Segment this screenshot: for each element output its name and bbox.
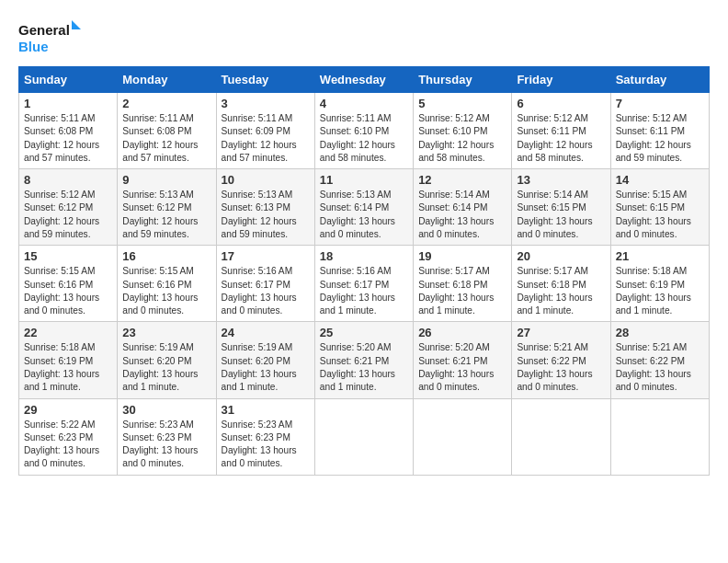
calendar-cell: 16Sunrise: 5:15 AM Sunset: 6:16 PM Dayli… — [118, 246, 216, 322]
svg-text:Blue: Blue — [18, 39, 49, 54]
day-header-monday: Monday — [118, 67, 216, 93]
calendar-cell: 3Sunrise: 5:11 AM Sunset: 6:09 PM Daylig… — [216, 93, 314, 169]
calendar-cell: 10Sunrise: 5:13 AM Sunset: 6:13 PM Dayli… — [216, 169, 314, 246]
day-number: 1 — [24, 97, 112, 110]
day-info: Sunrise: 5:23 AM Sunset: 6:23 PM Dayligh… — [122, 419, 210, 471]
day-info: Sunrise: 5:15 AM Sunset: 6:15 PM Dayligh… — [616, 189, 704, 241]
day-number: 16 — [122, 249, 210, 263]
week-row-2: 15Sunrise: 5:15 AM Sunset: 6:16 PM Dayli… — [19, 246, 710, 322]
week-row-3: 22Sunrise: 5:18 AM Sunset: 6:19 PM Dayli… — [19, 322, 710, 398]
day-info: Sunrise: 5:23 AM Sunset: 6:23 PM Dayligh… — [222, 419, 310, 471]
calendar-cell — [314, 398, 413, 475]
week-row-0: 1Sunrise: 5:11 AM Sunset: 6:08 PM Daylig… — [19, 93, 710, 169]
day-number: 11 — [320, 173, 408, 187]
calendar-cell: 20Sunrise: 5:17 AM Sunset: 6:18 PM Dayli… — [512, 246, 610, 322]
day-info: Sunrise: 5:20 AM Sunset: 6:21 PM Dayligh… — [418, 341, 506, 394]
day-number: 25 — [320, 326, 408, 339]
logo-svg: General Blue — [18, 18, 83, 57]
calendar-cell — [610, 398, 709, 475]
day-info: Sunrise: 5:12 AM Sunset: 6:11 PM Dayligh… — [517, 112, 605, 165]
day-header-wednesday: Wednesday — [314, 67, 413, 93]
day-info: Sunrise: 5:14 AM Sunset: 6:15 PM Dayligh… — [517, 189, 605, 241]
day-number: 21 — [616, 249, 704, 263]
day-number: 27 — [517, 326, 605, 339]
day-info: Sunrise: 5:21 AM Sunset: 6:22 PM Dayligh… — [517, 341, 605, 394]
day-info: Sunrise: 5:17 AM Sunset: 6:18 PM Dayligh… — [418, 265, 506, 317]
header-row: SundayMondayTuesdayWednesdayThursdayFrid… — [19, 67, 710, 93]
calendar-cell: 13Sunrise: 5:14 AM Sunset: 6:15 PM Dayli… — [512, 169, 610, 246]
calendar-cell: 19Sunrise: 5:17 AM Sunset: 6:18 PM Dayli… — [414, 246, 512, 322]
svg-marker-2 — [72, 20, 81, 29]
day-number: 5 — [418, 97, 506, 110]
calendar-cell: 11Sunrise: 5:13 AM Sunset: 6:14 PM Dayli… — [314, 169, 413, 246]
day-number: 9 — [122, 173, 210, 187]
calendar-cell: 26Sunrise: 5:20 AM Sunset: 6:21 PM Dayli… — [414, 322, 512, 398]
day-number: 30 — [122, 403, 210, 417]
day-header-thursday: Thursday — [414, 67, 512, 93]
calendar-table: SundayMondayTuesdayWednesdayThursdayFrid… — [18, 66, 710, 476]
calendar-cell: 17Sunrise: 5:16 AM Sunset: 6:17 PM Dayli… — [216, 246, 314, 322]
day-number: 3 — [222, 97, 310, 110]
day-number: 7 — [616, 97, 704, 110]
day-number: 12 — [418, 173, 506, 187]
day-number: 17 — [222, 249, 310, 263]
calendar-cell: 18Sunrise: 5:16 AM Sunset: 6:17 PM Dayli… — [314, 246, 413, 322]
day-number: 23 — [122, 326, 210, 339]
calendar-cell: 1Sunrise: 5:11 AM Sunset: 6:08 PM Daylig… — [19, 93, 118, 169]
day-info: Sunrise: 5:13 AM Sunset: 6:12 PM Dayligh… — [122, 189, 210, 241]
day-info: Sunrise: 5:11 AM Sunset: 6:10 PM Dayligh… — [320, 112, 408, 165]
calendar-cell: 7Sunrise: 5:12 AM Sunset: 6:11 PM Daylig… — [610, 93, 709, 169]
day-info: Sunrise: 5:14 AM Sunset: 6:14 PM Dayligh… — [418, 189, 506, 241]
week-row-1: 8Sunrise: 5:12 AM Sunset: 6:12 PM Daylig… — [19, 169, 710, 246]
calendar-cell: 22Sunrise: 5:18 AM Sunset: 6:19 PM Dayli… — [19, 322, 118, 398]
calendar-cell: 6Sunrise: 5:12 AM Sunset: 6:11 PM Daylig… — [512, 93, 610, 169]
calendar-cell: 8Sunrise: 5:12 AM Sunset: 6:12 PM Daylig… — [19, 169, 118, 246]
page-header: General Blue — [18, 18, 710, 57]
day-number: 24 — [222, 326, 310, 339]
calendar-cell: 4Sunrise: 5:11 AM Sunset: 6:10 PM Daylig… — [314, 93, 413, 169]
calendar-cell — [512, 398, 610, 475]
logo: General Blue — [18, 18, 83, 57]
day-info: Sunrise: 5:18 AM Sunset: 6:19 PM Dayligh… — [616, 265, 704, 317]
day-header-sunday: Sunday — [19, 67, 118, 93]
day-number: 26 — [418, 326, 506, 339]
day-info: Sunrise: 5:20 AM Sunset: 6:21 PM Dayligh… — [320, 341, 408, 394]
day-number: 31 — [222, 403, 310, 417]
day-number: 28 — [616, 326, 704, 339]
calendar-cell: 2Sunrise: 5:11 AM Sunset: 6:08 PM Daylig… — [118, 93, 216, 169]
day-info: Sunrise: 5:18 AM Sunset: 6:19 PM Dayligh… — [24, 341, 112, 394]
day-number: 8 — [24, 173, 112, 187]
day-info: Sunrise: 5:15 AM Sunset: 6:16 PM Dayligh… — [122, 265, 210, 317]
day-info: Sunrise: 5:13 AM Sunset: 6:14 PM Dayligh… — [320, 189, 408, 241]
day-info: Sunrise: 5:12 AM Sunset: 6:10 PM Dayligh… — [418, 112, 506, 165]
day-info: Sunrise: 5:17 AM Sunset: 6:18 PM Dayligh… — [517, 265, 605, 317]
day-number: 29 — [24, 403, 112, 417]
day-info: Sunrise: 5:21 AM Sunset: 6:22 PM Dayligh… — [616, 341, 704, 394]
calendar-cell: 14Sunrise: 5:15 AM Sunset: 6:15 PM Dayli… — [610, 169, 709, 246]
calendar-cell: 25Sunrise: 5:20 AM Sunset: 6:21 PM Dayli… — [314, 322, 413, 398]
day-info: Sunrise: 5:13 AM Sunset: 6:13 PM Dayligh… — [222, 189, 310, 241]
calendar-cell: 31Sunrise: 5:23 AM Sunset: 6:23 PM Dayli… — [216, 398, 314, 475]
calendar-cell: 5Sunrise: 5:12 AM Sunset: 6:10 PM Daylig… — [414, 93, 512, 169]
day-number: 6 — [517, 97, 605, 110]
calendar-cell: 24Sunrise: 5:19 AM Sunset: 6:20 PM Dayli… — [216, 322, 314, 398]
calendar-cell: 30Sunrise: 5:23 AM Sunset: 6:23 PM Dayli… — [118, 398, 216, 475]
day-number: 10 — [222, 173, 310, 187]
day-header-saturday: Saturday — [610, 67, 709, 93]
day-info: Sunrise: 5:12 AM Sunset: 6:11 PM Dayligh… — [616, 112, 704, 165]
day-info: Sunrise: 5:22 AM Sunset: 6:23 PM Dayligh… — [24, 419, 112, 471]
day-number: 22 — [24, 326, 112, 339]
calendar-cell: 28Sunrise: 5:21 AM Sunset: 6:22 PM Dayli… — [610, 322, 709, 398]
day-info: Sunrise: 5:11 AM Sunset: 6:09 PM Dayligh… — [222, 112, 310, 165]
calendar-cell: 23Sunrise: 5:19 AM Sunset: 6:20 PM Dayli… — [118, 322, 216, 398]
day-info: Sunrise: 5:15 AM Sunset: 6:16 PM Dayligh… — [24, 265, 112, 317]
calendar-cell: 12Sunrise: 5:14 AM Sunset: 6:14 PM Dayli… — [414, 169, 512, 246]
day-number: 14 — [616, 173, 704, 187]
week-row-4: 29Sunrise: 5:22 AM Sunset: 6:23 PM Dayli… — [19, 398, 710, 475]
svg-text:General: General — [18, 22, 70, 38]
day-number: 13 — [517, 173, 605, 187]
day-number: 4 — [320, 97, 408, 110]
calendar-cell — [414, 398, 512, 475]
day-header-tuesday: Tuesday — [216, 67, 314, 93]
calendar-cell: 15Sunrise: 5:15 AM Sunset: 6:16 PM Dayli… — [19, 246, 118, 322]
